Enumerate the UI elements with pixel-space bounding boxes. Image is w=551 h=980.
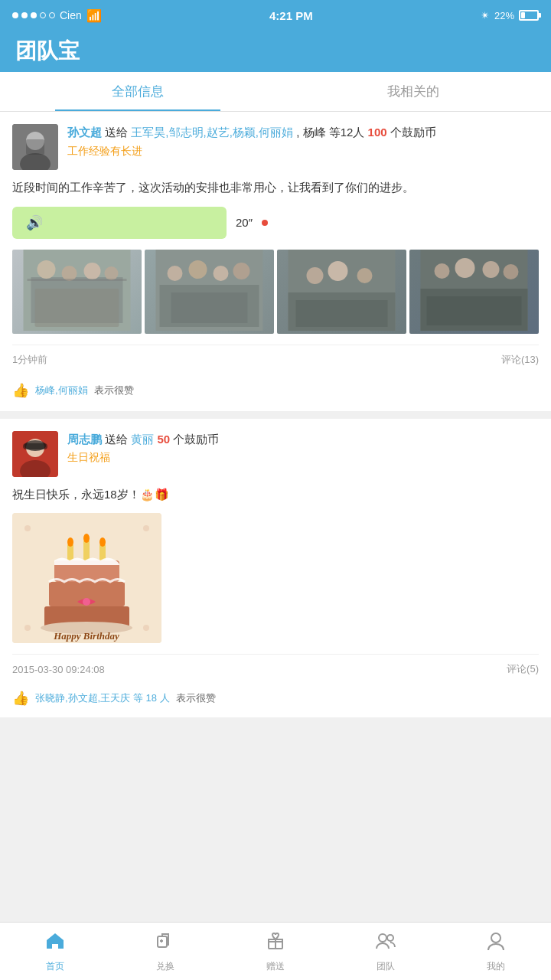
tab-all[interactable]: 全部信息	[0, 72, 276, 111]
photo-1[interactable]	[12, 250, 142, 334]
nav-home-label: 首页	[46, 960, 64, 973]
verb-2: 送给	[105, 433, 131, 446]
svg-point-8	[84, 263, 101, 279]
gift-icon	[265, 930, 286, 957]
post-footer-2: 2015-03-30 09:24:08 评论(5)	[12, 654, 539, 684]
nav-profile[interactable]: 我的	[441, 923, 551, 980]
coins-unit-2: 个鼓励币	[173, 433, 219, 446]
bottom-nav: 首页 兑换 赠送	[0, 922, 551, 980]
like-names-1: 杨峰,何丽娟	[35, 384, 88, 397]
svg-point-30	[504, 264, 519, 279]
svg-point-9	[105, 266, 119, 280]
svg-point-17	[233, 263, 250, 279]
like-names-2: 张晓静,孙文超,王天庆 等 18 人	[35, 691, 170, 705]
svg-text:Happy Birthday: Happy Birthday	[53, 630, 119, 642]
feed: 孙文超 送给 王军昊,邹志明,赵艺,杨颖,何丽娟 , 杨峰 等12人 100 个…	[0, 112, 551, 791]
svg-point-56	[379, 934, 386, 942]
battery-icon	[519, 10, 539, 21]
svg-point-14	[168, 266, 183, 281]
post-footer-1: 1分钟前 评论(13)	[12, 345, 539, 374]
post-info-1: 孙文超 送给 王军昊,邹志明,赵艺,杨颖,何丽娟 , 杨峰 等12人 100 个…	[67, 124, 539, 170]
svg-point-6	[37, 260, 56, 279]
svg-point-38	[24, 525, 31, 531]
status-bar: Cien 📶 4:21 PM ✴ 22%	[0, 0, 551, 31]
like-text-2: 表示很赞	[176, 691, 216, 705]
avatar-2	[12, 431, 58, 477]
post-comments-2[interactable]: 评论(5)	[507, 662, 539, 676]
tab-mine[interactable]: 我相关的	[276, 72, 551, 111]
post-time-2: 2015-03-30 09:24:08	[12, 664, 105, 675]
voice-button-1[interactable]: 🔊	[12, 207, 227, 239]
app-title: 团队宝	[15, 37, 80, 66]
coins-unit-1: 个鼓励币	[390, 126, 436, 139]
svg-rect-18	[171, 292, 248, 323]
svg-point-23	[357, 268, 373, 283]
post-time-1: 1分钟前	[12, 353, 47, 367]
svg-rect-31	[427, 296, 522, 325]
nav-profile-label: 我的	[487, 960, 505, 973]
like-text-1: 表示很赞	[94, 384, 134, 397]
nav-team[interactable]: 团队	[331, 923, 441, 980]
birthday-card: Happy Birthday	[12, 513, 161, 643]
nav-exchange-label: 兑换	[156, 960, 174, 973]
svg-point-39	[143, 525, 149, 531]
comma-1: ,	[296, 126, 299, 139]
svg-point-45	[67, 537, 73, 547]
team-icon	[375, 930, 396, 957]
svg-point-22	[328, 261, 348, 281]
post-title-1: 孙文超 送给 王军昊,邹志明,赵艺,杨颖,何丽娟 , 杨峰 等12人 100 个…	[67, 124, 539, 142]
svg-rect-36	[23, 443, 47, 449]
receivers-2: 黄丽	[131, 433, 154, 446]
svg-point-47	[99, 537, 106, 547]
app-header: 团队宝	[0, 31, 551, 72]
nav-home[interactable]: 首页	[0, 923, 110, 980]
like-icon-2[interactable]: 👍	[12, 690, 29, 707]
voice-bar-1: 🔊 20″	[12, 207, 539, 239]
post-tag-2: 生日祝福	[67, 451, 539, 465]
post-info-2: 周志鹏 送给 黄丽 50 个鼓励币 生日祝福	[67, 431, 539, 477]
post-likes-1: 👍 杨峰,何丽娟 表示很赞	[12, 374, 539, 411]
svg-point-16	[214, 266, 229, 281]
tab-bar: 全部信息 我相关的	[0, 72, 551, 112]
dot3	[31, 12, 37, 18]
post-text-2: 祝生日快乐，永远18岁！🎂🎁	[12, 485, 539, 505]
avatar-img-2	[12, 431, 58, 477]
dot4	[40, 12, 46, 18]
post-likes-2: 👍 张晓静,孙文超,王天庆 等 18 人 表示很赞	[12, 684, 539, 717]
svg-point-29	[483, 261, 500, 278]
extra-1: 杨峰 等12人	[303, 126, 365, 139]
svg-point-28	[455, 258, 475, 278]
post-card-1: 孙文超 送给 王军昊,邹志明,赵艺,杨颖,何丽娟 , 杨峰 等12人 100 个…	[0, 112, 551, 411]
post-tag-1: 工作经验有长进	[67, 145, 539, 158]
nav-gift[interactable]: 赠送	[220, 923, 331, 980]
photo-2[interactable]	[145, 250, 274, 334]
carrier-label: Cien	[60, 9, 82, 21]
signal-dots	[12, 12, 55, 18]
svg-point-58	[491, 933, 500, 942]
photos-grid-1	[12, 250, 539, 334]
battery-fill	[521, 12, 525, 18]
svg-point-51	[83, 598, 90, 606]
dot2	[21, 12, 28, 18]
photo-3[interactable]	[277, 250, 406, 334]
svg-point-21	[307, 267, 324, 284]
voice-icon: 🔊	[26, 214, 43, 231]
post-title-2: 周志鹏 送给 黄丽 50 个鼓励币	[67, 431, 539, 449]
post-card-2: 周志鹏 送给 黄丽 50 个鼓励币 生日祝福 祝生日快乐，永远18岁！🎂🎁	[0, 419, 551, 718]
bluetooth-icon: ✴	[481, 9, 490, 21]
nav-exchange[interactable]: 兑换	[110, 923, 220, 980]
svg-point-27	[435, 263, 450, 279]
receivers-1: 王军昊,邹志明,赵艺,杨颖,何丽娟	[131, 126, 293, 139]
status-left: Cien 📶	[12, 8, 102, 23]
svg-rect-43	[83, 540, 90, 560]
dot1	[12, 12, 18, 18]
post-comments-1[interactable]: 评论(13)	[501, 353, 539, 367]
svg-point-40	[24, 625, 31, 631]
svg-point-15	[189, 260, 207, 279]
coins-2: 50	[158, 433, 171, 446]
exchange-icon	[155, 930, 176, 957]
recording-dot	[262, 220, 268, 226]
svg-point-57	[387, 935, 393, 941]
like-icon-1[interactable]: 👍	[12, 382, 29, 399]
photo-4[interactable]	[409, 250, 539, 334]
